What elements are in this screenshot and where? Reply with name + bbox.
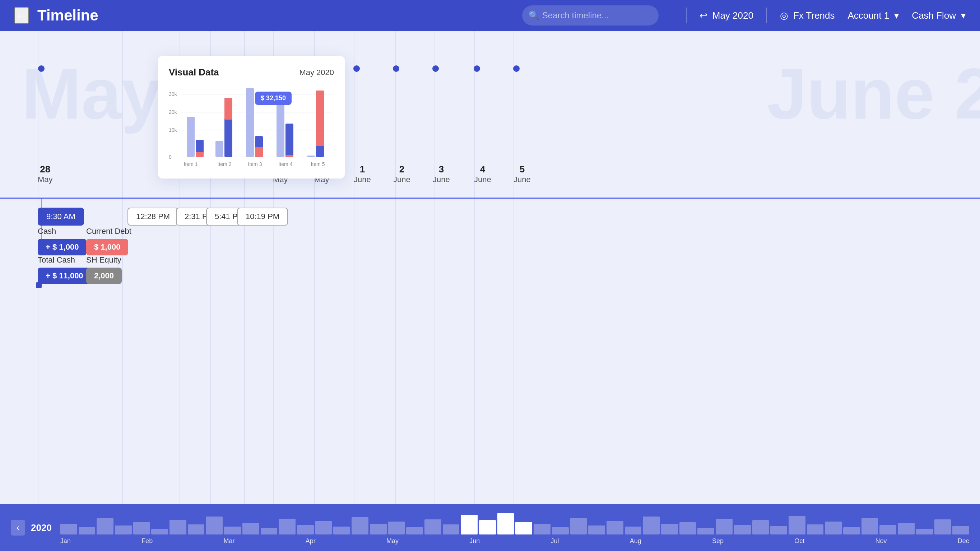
mini-bar: [716, 519, 733, 535]
mini-bar: [570, 518, 587, 535]
mini-bar: [60, 524, 77, 535]
mini-bar: [843, 527, 860, 535]
account-selector[interactable]: Account 1 ▾: [848, 10, 899, 21]
svg-text:30k: 30k: [169, 91, 177, 97]
mini-bar: [388, 522, 405, 535]
svg-text:Item 3: Item 3: [248, 161, 262, 167]
time-button-1019pm[interactable]: 10:19 PM: [237, 208, 288, 226]
chevron-down-icon: ▾: [894, 10, 899, 21]
cash-label: Cash: [38, 227, 86, 236]
fx-trends-button[interactable]: ◎ Fx Trends: [780, 10, 835, 21]
bg-month-june: June 2: [767, 53, 980, 135]
mini-bar: [880, 525, 896, 535]
mini-bar: [770, 526, 787, 535]
visual-card-date: May 2020: [299, 68, 334, 77]
date-day: 3: [439, 164, 444, 175]
marker-dot: [38, 65, 45, 72]
svg-rect-15: [246, 88, 254, 157]
date-marker-4-june: 4 June: [474, 164, 491, 184]
mini-bar: [934, 519, 951, 535]
mini-month-feb: Feb: [142, 537, 153, 545]
marker-dot: [432, 65, 439, 72]
mini-bar: [898, 523, 915, 535]
mini-bar-active: [479, 520, 496, 535]
divider-1: [686, 8, 687, 23]
mini-bar: [188, 524, 205, 535]
cashflow-label: Cash Flow: [912, 10, 956, 21]
marker-dot: [393, 65, 399, 72]
mini-bar: [333, 527, 350, 535]
mini-bar: [825, 522, 842, 535]
grid-line: [514, 31, 514, 551]
mini-month-jun: Jun: [469, 537, 480, 545]
cash-value: + $ 1,000: [38, 239, 86, 255]
divider-2: [766, 8, 767, 23]
timeline-area: May 2020 June 2 Visual Data May 2020 30k…: [0, 31, 980, 551]
grid-line: [474, 31, 475, 551]
visual-card-title: Visual Data: [169, 67, 219, 78]
svg-rect-17: [255, 147, 263, 157]
mini-month-labels: Jan Feb Mar Apr May Jun Jul Aug Sep Oct …: [60, 537, 969, 545]
mini-bar: [625, 527, 642, 535]
date-marker-5-june: 5 June: [514, 164, 531, 184]
mini-bar: [370, 524, 387, 535]
fx-icon: ◎: [780, 10, 788, 21]
indicator-dot: [36, 282, 41, 288]
date-marker-1-june: 1 June: [354, 164, 371, 184]
mini-bar: [916, 529, 933, 535]
mini-bars-container: Jan Feb Mar Apr May Jun Jul Aug Sep Oct …: [60, 511, 969, 545]
grid-line: [354, 31, 355, 551]
page-title: Timeline: [37, 7, 99, 24]
svg-rect-14: [224, 98, 232, 119]
mini-bar: [425, 519, 441, 535]
sh-equity-card: SH Equity 2,000: [86, 255, 122, 284]
visual-data-card: Visual Data May 2020 30k 20k 10k 0: [158, 56, 345, 178]
mini-timeline: ‹ 2020: [0, 504, 980, 551]
mini-bar-active: [515, 522, 532, 535]
mini-bar: [952, 526, 969, 535]
svg-rect-21: [307, 156, 315, 157]
fx-label: Fx Trends: [793, 10, 835, 21]
current-debt-card: Current Debt $ 1,000: [86, 227, 131, 255]
svg-rect-11: [215, 141, 223, 157]
mini-bar-active: [497, 513, 514, 535]
sh-equity-label: SH Equity: [86, 255, 122, 265]
total-cash-value: + $ 11,000: [38, 268, 91, 284]
date-filter-button[interactable]: ↩ May 2020: [700, 10, 753, 21]
mini-bar: [151, 529, 168, 535]
mini-bar-active: [461, 515, 477, 535]
chart-svg: 30k 20k 10k 0: [169, 85, 334, 171]
mini-bar: [242, 523, 259, 535]
marker-dot: [353, 65, 360, 72]
timeline-line: [0, 196, 980, 199]
time-button-930am[interactable]: 9:30 AM: [38, 208, 84, 226]
grid-line: [122, 31, 123, 551]
mini-prev-button[interactable]: ‹: [11, 520, 25, 535]
mini-bar: [643, 516, 660, 535]
svg-rect-8: [187, 117, 195, 157]
mini-bar: [862, 518, 878, 535]
sh-equity-value: 2,000: [86, 268, 122, 284]
svg-rect-18: [277, 105, 285, 157]
cash-card: Cash + $ 1,000: [38, 227, 86, 255]
back-button[interactable]: ←: [14, 7, 29, 24]
marker-dot: [513, 65, 520, 72]
date-marker-28-may: 28 May: [38, 164, 53, 184]
cashflow-selector[interactable]: Cash Flow ▾: [912, 10, 966, 21]
mini-bar: [588, 526, 605, 535]
chart-tooltip: $ 32,150: [255, 92, 291, 105]
mini-bar: [661, 524, 678, 535]
grid-line: [38, 31, 38, 551]
date-month: June: [514, 175, 531, 184]
date-month: June: [433, 175, 450, 184]
marker-dot: [474, 65, 480, 72]
time-button-1228pm[interactable]: 12:28 PM: [127, 208, 178, 226]
mini-bar: [97, 518, 113, 535]
date-marker-3-june: 3 June: [433, 164, 450, 184]
mini-month-dec: Dec: [958, 537, 969, 545]
mini-bar: [679, 522, 696, 535]
search-input[interactable]: [522, 5, 659, 25]
date-day: 5: [520, 164, 525, 175]
grid-line: [395, 31, 396, 551]
mini-bar: [170, 520, 186, 535]
